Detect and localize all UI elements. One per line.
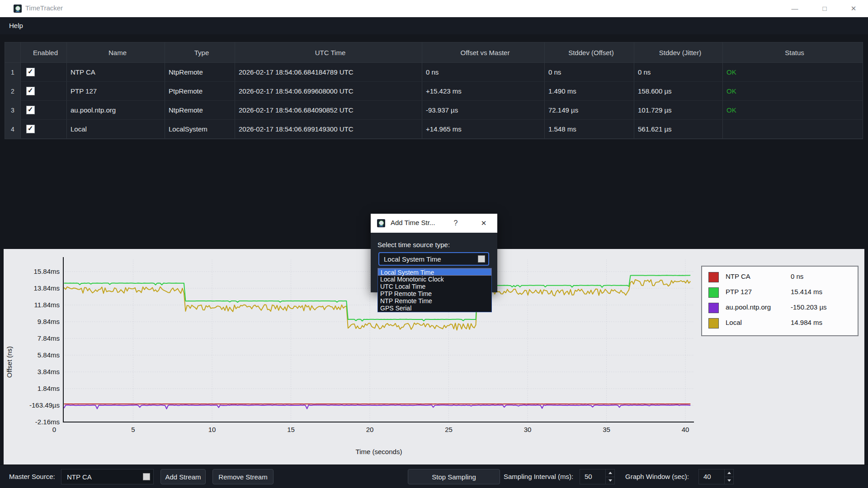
spin-down-icon[interactable] (606, 477, 614, 484)
header-type: Type (165, 42, 235, 63)
type-cell: NtpRemote (165, 63, 235, 82)
svg-text:-2.16ms: -2.16ms (35, 418, 60, 426)
enabled-checkbox[interactable] (26, 87, 35, 95)
graph-window-spinbox[interactable]: 40 (698, 469, 734, 484)
stop-sampling-button[interactable]: Stop Sampling (408, 469, 500, 484)
svg-text:25: 25 (445, 426, 453, 433)
dialog-help-button[interactable]: ? (447, 214, 465, 233)
graph-window-label: Graph Window (sec): (625, 473, 689, 480)
svg-text:1.84ms: 1.84ms (38, 385, 60, 392)
enabled-checkbox[interactable] (26, 68, 35, 76)
type-cell: PtpRemote (165, 82, 235, 101)
dropdown-option-utc-local-time[interactable]: UTC Local Time (378, 283, 491, 290)
enabled-checkbox[interactable] (26, 125, 35, 133)
table-header-row: Enabled Name Type UTC Time Offset vs Mas… (5, 42, 863, 63)
combobox-dropdown-icon (478, 255, 485, 263)
master-source-label: Master Source: (9, 473, 55, 480)
utc-time-cell: 2026-02-17 18:54:06.684184789 UTC (235, 63, 422, 82)
stream-table: Enabled Name Type UTC Time Offset vs Mas… (5, 42, 863, 139)
time-source-combobox[interactable]: Local System Time (378, 252, 489, 266)
time-source-combobox-value: Local System Time (384, 255, 441, 263)
header-stddev-jitter: Stddev (Jitter) (634, 42, 723, 63)
chart-legend: NTP CA 0 ns PTP 127 15.414 ms au.pool.nt… (701, 266, 859, 336)
row-number: 3 (5, 101, 21, 120)
legend-value: 14.984 ms (791, 319, 822, 326)
bottom-toolbar: Master Source: NTP CA Add Stream Remove … (0, 465, 868, 488)
app-icon (14, 5, 22, 13)
status-cell: OK (723, 82, 863, 101)
add-stream-button[interactable]: Add Stream (160, 469, 206, 484)
window-title: TimeTracker (25, 4, 63, 12)
svg-text:15: 15 (287, 426, 295, 433)
stddev-offset-cell: 1.490 ms (545, 82, 634, 101)
svg-text:30: 30 (524, 426, 532, 433)
enabled-cell (21, 82, 67, 101)
offset-cell: +14.965 ms (422, 120, 545, 139)
legend-item: au.pool.ntp.org -150.203 µs (702, 302, 858, 314)
legend-value: 15.414 ms (791, 288, 822, 296)
utc-time-cell: 2026-02-17 18:54:06.699608000 UTC (235, 82, 422, 101)
stddev-offset-cell: 1.548 ms (545, 120, 634, 139)
maximize-button[interactable]: □ (810, 0, 839, 17)
svg-text:5.84ms: 5.84ms (38, 351, 60, 359)
dropdown-option-local-monotonic-clock[interactable]: Local Monotonic Clock (378, 276, 491, 283)
name-cell: Local (67, 120, 165, 139)
table-row[interactable]: 3 au.pool.ntp.org NtpRemote 2026-02-17 1… (5, 101, 863, 120)
enabled-cell (21, 101, 67, 120)
utc-time-cell: 2026-02-17 18:54:06.684090852 UTC (235, 101, 422, 120)
spin-buttons (724, 469, 733, 484)
enabled-checkbox[interactable] (26, 106, 35, 114)
header-enabled: Enabled (21, 42, 67, 63)
table-row[interactable]: 1 NTP CA NtpRemote 2026-02-17 18:54:06.6… (5, 63, 863, 82)
dropdown-option-gps-serial[interactable]: GPS Serial (378, 305, 491, 312)
name-cell: NTP CA (67, 63, 165, 82)
enabled-cell (21, 120, 67, 139)
status-cell: OK (723, 63, 863, 82)
y-axis-title: Offset (ns) (5, 308, 13, 416)
master-source-combobox[interactable]: NTP CA (61, 469, 154, 484)
svg-text:5: 5 (131, 426, 135, 433)
table-row[interactable]: 4 Local LocalSystem 2026-02-17 18:54:06.… (5, 120, 863, 139)
graph-window-value[interactable]: 40 (703, 473, 711, 480)
minimize-button[interactable]: — (780, 0, 809, 17)
spin-up-icon[interactable] (725, 469, 733, 477)
stddev-jitter-cell: 561.621 µs (634, 120, 723, 139)
dialog-titlebar: Add Time Str... ? ✕ (371, 214, 497, 233)
svg-text:7.84ms: 7.84ms (38, 334, 60, 342)
close-button[interactable]: ✕ (839, 0, 868, 17)
x-axis-title: Time (seconds) (4, 448, 754, 455)
legend-value: 0 ns (791, 272, 803, 280)
enabled-cell (21, 63, 67, 82)
dropdown-option-local-system-time[interactable]: Local System Time (378, 268, 491, 276)
menu-item-help[interactable]: Help (5, 21, 28, 30)
stddev-offset-cell: 72.149 µs (545, 101, 634, 120)
master-source-value: NTP CA (67, 473, 92, 481)
dropdown-option-ptp-remote-time[interactable]: PTP Remote Time (378, 290, 491, 297)
sampling-interval-value[interactable]: 50 (585, 473, 592, 480)
svg-text:3.84ms: 3.84ms (38, 368, 60, 375)
legend-name: Local (726, 319, 742, 326)
svg-text:10: 10 (208, 426, 216, 433)
legend-item: PTP 127 15.414 ms (702, 286, 858, 298)
stddev-jitter-cell: 101.729 µs (634, 101, 723, 120)
type-cell: NtpRemote (165, 101, 235, 120)
legend-swatch-ntp-ca (708, 272, 719, 282)
row-number: 1 (5, 63, 21, 82)
dropdown-option-ntp-remote-time[interactable]: NTP Remote Time (378, 297, 491, 305)
utc-time-cell: 2026-02-17 18:54:06.699149300 UTC (235, 120, 422, 139)
stddev-jitter-cell: 0 ns (634, 63, 723, 82)
spin-down-icon[interactable] (725, 477, 733, 484)
remove-stream-button[interactable]: Remove Stream (212, 469, 274, 484)
table-row[interactable]: 2 PTP 127 PtpRemote 2026-02-17 18:54:06.… (5, 82, 863, 101)
header-offset-vs-master: Offset vs Master (422, 42, 545, 63)
legend-swatch-local (708, 318, 719, 328)
combobox-dropdown-icon (143, 473, 150, 480)
sampling-interval-spinbox[interactable]: 50 (580, 469, 615, 484)
spin-up-icon[interactable] (606, 469, 614, 477)
legend-item: NTP CA 0 ns (702, 271, 858, 283)
header-name: Name (67, 42, 165, 63)
header-utc-time: UTC Time (235, 42, 422, 63)
dialog-close-button[interactable]: ✕ (473, 214, 495, 233)
legend-name: NTP CA (726, 272, 750, 280)
time-source-type-label: Select time source type: (377, 241, 450, 249)
